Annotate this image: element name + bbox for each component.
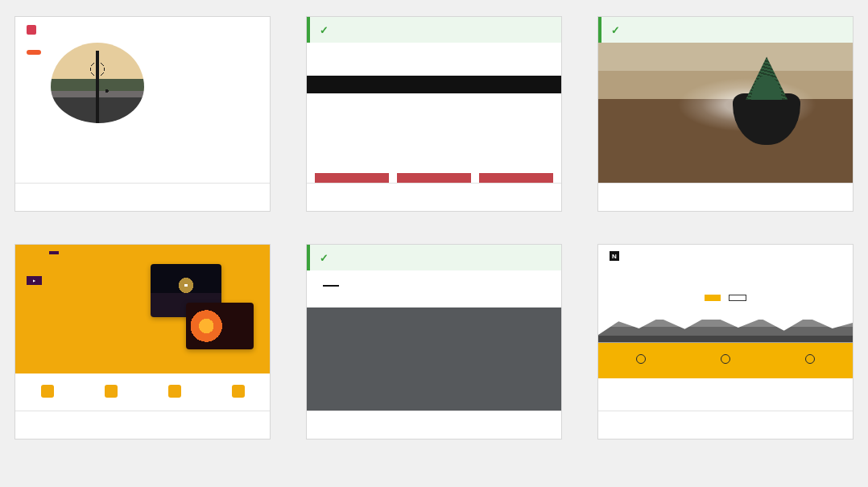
preview-cta	[27, 276, 42, 285]
preview-nav-shop	[49, 251, 59, 254]
preview-headline	[307, 43, 561, 76]
preview-mountain-graphic	[598, 307, 853, 343]
preview-feature	[636, 354, 646, 366]
theme-grid: ✓	[14, 16, 854, 440]
theme-card-hello-elementor[interactable]	[14, 16, 271, 212]
check-icon: ✓	[320, 252, 329, 264]
theme-thumbnail	[15, 245, 270, 411]
preview-feature	[41, 385, 54, 400]
installed-banner: ✓	[307, 17, 561, 43]
preview-photo	[186, 303, 254, 349]
elementor-logo-icon	[27, 25, 36, 35]
preview-feature	[721, 354, 730, 366]
installed-banner: ✓	[307, 245, 561, 270]
preview-logo-icon: N	[610, 251, 619, 261]
preview-feature	[232, 385, 245, 400]
check-icon: ✓	[320, 24, 329, 36]
preview-headline	[598, 267, 853, 290]
theme-card-oceanwp[interactable]	[14, 244, 271, 440]
theme-title	[15, 411, 270, 439]
theme-card-neve[interactable]: N	[597, 244, 854, 440]
preview-plant-icon	[726, 56, 807, 153]
preview-secondary-btn	[729, 295, 746, 301]
preview-accent-bar	[323, 285, 339, 287]
installed-banner: ✓	[598, 17, 853, 43]
preview-tagline	[323, 335, 457, 347]
theme-thumbnail	[598, 43, 853, 183]
theme-card-twenty-nineteen[interactable]: ✓	[306, 244, 562, 440]
preview-feature	[105, 385, 118, 400]
preview-cta	[27, 50, 41, 55]
preview-primary-btn	[705, 295, 721, 301]
theme-thumbnail: N	[598, 245, 853, 411]
theme-title	[598, 183, 853, 211]
preview-photo	[51, 43, 144, 123]
theme-thumbnail	[307, 270, 561, 411]
theme-card-twenty-seventeen[interactable]: ✓	[597, 16, 854, 212]
theme-thumbnail	[307, 43, 561, 183]
theme-title	[307, 183, 561, 211]
check-icon: ✓	[611, 24, 620, 36]
preview-feature	[805, 354, 815, 366]
theme-title	[307, 411, 561, 439]
preview-feature	[168, 385, 181, 400]
theme-title	[15, 183, 270, 211]
theme-thumbnail	[15, 17, 270, 183]
theme-card-twenty-twenty[interactable]: ✓	[306, 16, 562, 212]
theme-title	[598, 411, 853, 439]
